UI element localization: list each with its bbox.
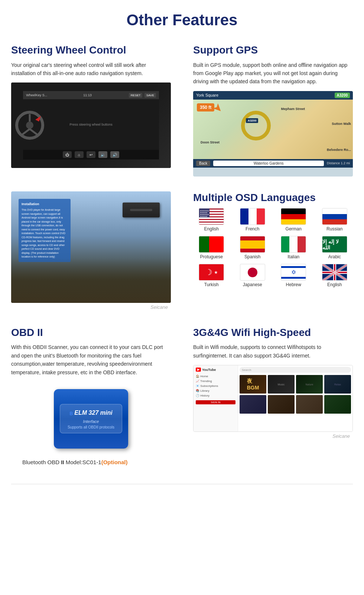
yt-video-grid: 夜BGM Music Nature Relax [240,375,351,394]
obd-model-label: Model:SC01-1 [66,459,101,465]
gps-location: York Square [196,93,218,97]
obd-model-text: ELM 327 mini [74,410,112,416]
il-top-stripe [281,266,306,268]
gps-dist-display: Distance 1.2 mi [327,161,350,165]
gps-arrow: ➤ [210,100,226,116]
youtube-label: YouTube [202,368,216,372]
flag-es [240,236,265,253]
install-box-text: This DVD player for Android large screen… [22,208,68,259]
yt-sidebar: ▶ YouTube 🏠 Home 📈 Trending 📧 Subscripti… [194,365,238,431]
flag-item-german: German [275,208,312,232]
jp-circle [248,268,257,277]
flag-item-russian: Russian [316,208,353,232]
obd-interface-label: Interface [68,419,114,424]
gps-destination: Waterloo Gardens [213,161,324,166]
flag-item-french: French [234,208,271,232]
home-icon: ⌂ [78,153,80,157]
yt-video-1: 夜BGM [240,375,266,394]
yt-video-1-text: 夜BGM [247,378,259,391]
flag-item-italian: Italian [275,236,312,259]
seicane-watermark-install: Seicane [11,303,171,311]
yt-menu-history: 🕐 History [196,393,235,398]
flag-item-arabic: لا إله إلا الله Arabic [316,236,353,259]
flag-item-hebrew: ✡ Hebrew [275,264,312,287]
flag-pt [199,236,224,253]
obd-ii-bold: II [61,459,64,465]
obd-caption: Supports all OBDII protocols [68,425,114,429]
gps-back: Back [196,161,210,166]
flag-label-turkish: Turkish [204,282,219,287]
osd-section: Multiple OSD Languages ★★ [182,184,364,319]
flag-label-french: French [246,226,259,232]
obd-bottom-text: Bluetooth OBD [22,459,59,465]
seicane-watermark-wifi: Seicane [193,432,353,440]
osd-title: Multiple OSD Languages [193,191,353,204]
flag-label-portuguese: Protuguese [200,254,223,259]
gps-section: Support GPS Built in GPS module, support… [182,36,364,184]
yt-main: Search 夜BGM Music Nature Relax [238,365,352,431]
bottom-divider [11,484,353,484]
yt-menu-library: 📚 Library [196,388,235,393]
steering-prompt: Press steering wheel buttons [69,123,113,126]
flag-item-uk-english: English [316,264,353,287]
street-mepham: Mepham Street [281,107,305,111]
yt-video-6 [268,395,295,414]
yt-video-2-text: Music [278,383,285,386]
yt-signin-btn[interactable]: SIGN IN [196,400,235,404]
flag-label-russian: Russian [326,226,342,232]
vol-down-icon: 🔉 [101,153,105,157]
yt-search-bar[interactable]: Search [240,367,351,373]
flag-de [281,208,306,225]
steering-app-label: WheelKey S... [26,93,47,97]
obd-optional: (Optional) [101,459,128,465]
obd-text: With this OBDII Scanner, you can connect… [11,343,171,376]
yt-video-2: Music [268,375,295,394]
flag-label-english: English [204,226,219,232]
steering-time: 11:13 [83,93,92,97]
yt-menu-subscriptions: 📧 Subscriptions [196,384,235,388]
svg-point-1 [26,122,33,129]
road-badge: A3200 [246,118,259,123]
obd-bottom-caption: Bluetooth OBD II Model:SC01-1(Optional) [11,456,171,473]
yt-video-7 [296,395,323,414]
svg-line-3 [22,129,30,135]
reset-btn: RESET [129,93,143,98]
power-icon: ⏻ [65,153,69,157]
flag-fr [240,208,265,225]
flag-tr: ☽ ★ [199,264,224,281]
flag-us: ★★★★★★ ★★★★★ ★★★★★★ ★★★★★ [199,208,224,225]
flag-it [281,236,306,253]
youtube-icon: ▶ [196,368,201,372]
steering-section: Steering Wheel Control Your original car… [0,36,182,184]
steering-image: WheelKey S... 11:13 RESET SAVE Press ste… [11,83,171,168]
flag-label-italian: Italian [287,254,299,259]
flag-sa: لا إله إلا الله [322,236,347,253]
steering-text: Your original car's steering wheel contr… [11,61,171,78]
installation-image: Installation This DVD player for Android… [11,191,171,303]
obd-section: OBD II With this OBDII Scanner, you can … [0,319,182,480]
bluetooth-icon: ʙ [69,410,73,417]
yt-logo: ▶ YouTube [196,368,235,372]
steering-title: Steering Wheel Control [11,44,171,56]
flag-item-english: ★★★★★★ ★★★★★ ★★★★★★ ★★★★★ English [193,208,230,232]
gps-title: Support GPS [193,44,353,56]
installation-section: Installation This DVD player for Android… [0,184,182,319]
flags-grid: ★★★★★★ ★★★★★ ★★★★★★ ★★★★★ English French [193,208,353,287]
flag-item-turkish: ☽ ★ Turkish [193,264,230,287]
yt-video-3: Nature [296,375,323,394]
yt-video-4: Relax [324,375,351,394]
dvd-player [123,203,160,217]
flag-label-spanish: Spanish [244,254,260,259]
svg-line-4 [30,129,37,135]
yt-video-5 [240,395,266,414]
gps-badge: A3200 [335,93,350,98]
yt-video-8 [324,395,351,414]
flag-item-spanish: Spanish [234,236,271,259]
flag-label-arabic: Arabic [328,254,341,259]
save-btn: SAVE [144,93,156,98]
wifi-section: 3G&4G Wifi High-Speed Built in Wifi modu… [182,319,364,480]
yt-video-3-text: Nature [305,383,313,386]
crescent-moon-icon: ☽ [205,268,212,277]
wifi-title: 3G&4G Wifi High-Speed [193,326,353,339]
wifi-text: Built in Wifi module, supports to connec… [193,343,353,360]
